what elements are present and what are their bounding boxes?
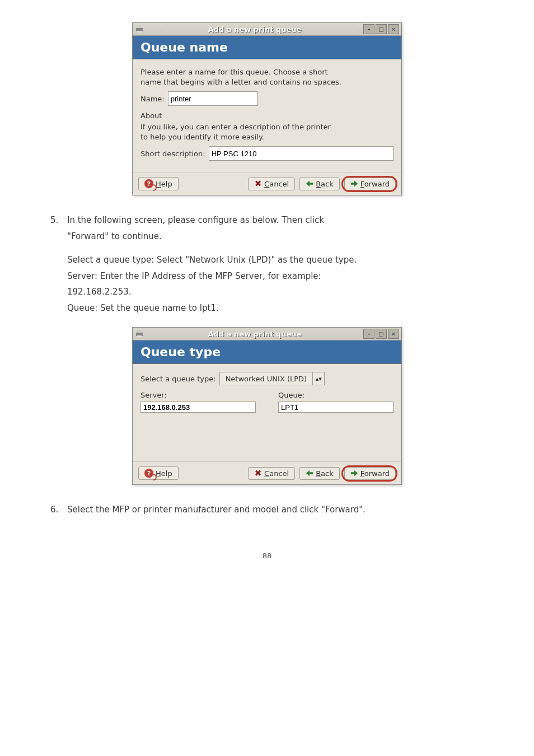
step-5-details: Select a queue type: Select "Network Uni… bbox=[45, 252, 489, 316]
titlebar: Add a new print queue – □ ✕ bbox=[133, 23, 401, 36]
combo-text: Networked UNIX (LPD) bbox=[220, 375, 313, 383]
cancel-icon: ✖ bbox=[254, 469, 262, 477]
step-6-text: Select the MFP or printer manufacturer a… bbox=[67, 502, 489, 518]
maximize-button[interactable]: □ bbox=[376, 329, 387, 339]
forward-button[interactable]: Forward bbox=[344, 467, 396, 480]
server-input[interactable] bbox=[140, 402, 256, 413]
arrow-right-icon bbox=[350, 469, 358, 477]
queue-label: Queue: bbox=[278, 391, 394, 399]
shortdesc-label: Short description: bbox=[140, 150, 205, 158]
help-icon: ? bbox=[144, 469, 153, 478]
wizard-banner: Queue type bbox=[133, 340, 401, 364]
help-button[interactable]: ? Help bbox=[138, 466, 179, 480]
svg-rect-4 bbox=[137, 330, 142, 333]
minimize-button[interactable]: – bbox=[363, 329, 374, 339]
cancel-button[interactable]: ✖ Cancel bbox=[248, 467, 295, 480]
printer-icon bbox=[135, 25, 144, 34]
chevron-updown-icon: ▴▾ bbox=[312, 372, 324, 385]
page-number: 88 bbox=[45, 552, 489, 560]
instruction-text: Please enter a name for this queue. Choo… bbox=[140, 67, 394, 87]
close-button[interactable]: ✕ bbox=[388, 24, 399, 34]
window-title: Add a new print queue bbox=[146, 25, 363, 34]
step-5-text: In the following screen, please configur… bbox=[67, 212, 489, 244]
server-queue-columns: Server: Queue: bbox=[140, 391, 394, 413]
minimize-button[interactable]: – bbox=[363, 24, 374, 34]
cancel-icon: ✖ bbox=[254, 180, 262, 188]
queue-type-combo[interactable]: Networked UNIX (LPD) ▴▾ bbox=[219, 372, 325, 385]
back-button[interactable]: Back bbox=[299, 178, 340, 190]
help-button[interactable]: ? HHelpelp bbox=[138, 177, 179, 190]
dialog-body: Please enter a name for this queue. Choo… bbox=[133, 59, 401, 172]
dialog-queue-type: Add a new print queue – □ ✕ Queue type S… bbox=[132, 327, 402, 485]
dialog-queue-name: Add a new print queue – □ ✕ Queue name P… bbox=[132, 22, 402, 195]
svg-rect-1 bbox=[137, 26, 142, 28]
svg-rect-5 bbox=[137, 335, 142, 337]
button-bar: ? Help ✖ Cancel Back Forward bbox=[133, 461, 401, 484]
button-bar: ? HHelpelp ✖ Cancel Back Forward bbox=[133, 172, 401, 195]
about-text: If you like, you can enter a description… bbox=[140, 122, 394, 142]
name-input[interactable] bbox=[168, 91, 257, 106]
close-button[interactable]: ✕ bbox=[388, 329, 399, 339]
name-row: Name: bbox=[140, 91, 394, 106]
name-label: Name: bbox=[140, 95, 165, 103]
help-icon: ? bbox=[144, 179, 153, 188]
window-controls: – □ ✕ bbox=[363, 24, 399, 34]
server-label: Server: bbox=[140, 391, 256, 399]
forward-button[interactable]: Forward bbox=[344, 178, 396, 190]
shortdesc-input[interactable] bbox=[209, 146, 394, 161]
arrow-left-icon bbox=[306, 469, 313, 477]
about-heading: About bbox=[140, 111, 394, 120]
cancel-button[interactable]: ✖ Cancel bbox=[248, 178, 295, 190]
arrow-right-icon bbox=[350, 180, 358, 188]
select-queue-label: Select a queue type: bbox=[140, 375, 216, 383]
dialog-body: Select a queue type: Networked UNIX (LPD… bbox=[133, 364, 401, 461]
wizard-banner: Queue name bbox=[133, 36, 401, 59]
svg-rect-2 bbox=[137, 31, 142, 32]
queue-input[interactable] bbox=[278, 402, 394, 413]
maximize-button[interactable]: □ bbox=[376, 24, 387, 34]
back-button[interactable]: Back bbox=[299, 467, 340, 480]
queue-type-row: Select a queue type: Networked UNIX (LPD… bbox=[140, 372, 394, 385]
titlebar: Add a new print queue – □ ✕ bbox=[133, 328, 401, 340]
window-title: Add a new print queue bbox=[146, 330, 363, 338]
arrow-left-icon bbox=[306, 180, 313, 188]
window-controls: – □ ✕ bbox=[363, 329, 399, 339]
shortdesc-row: Short description: bbox=[140, 146, 394, 161]
printer-icon bbox=[135, 329, 144, 338]
